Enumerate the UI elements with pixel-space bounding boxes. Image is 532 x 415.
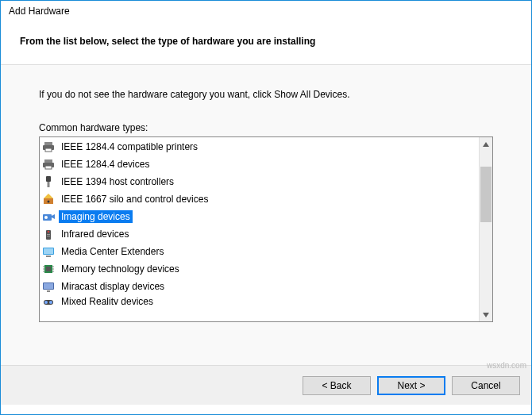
- wizard-footer: < Back Next > Cancel: [1, 365, 531, 405]
- list-item-label: Imaging devices: [59, 210, 133, 223]
- firewire-icon: [41, 175, 56, 189]
- listbox-viewport: IEEE 1284.4 compatible printersIEEE 1284…: [40, 137, 479, 321]
- scrollbar-thumb[interactable]: [480, 167, 492, 222]
- list-item-label: IEEE 1394 host controllers: [59, 175, 176, 188]
- list-item-label: Memory technology devices: [59, 263, 182, 275]
- list-item[interactable]: IEEE 1284.4 compatible printers: [40, 138, 479, 156]
- svg-rect-7: [48, 182, 50, 187]
- cancel-button[interactable]: Cancel: [452, 376, 520, 395]
- list-item-label: Miracast display devices: [59, 280, 167, 293]
- svg-point-32: [49, 301, 52, 304]
- svg-rect-20: [46, 267, 51, 271]
- list-item[interactable]: Memory technology devices: [40, 260, 479, 278]
- list-item[interactable]: IEEE 1284.4 devices: [40, 156, 479, 173]
- hardware-types-listbox[interactable]: IEEE 1284.4 compatible printersIEEE 1284…: [39, 136, 493, 322]
- scrollbar[interactable]: [479, 137, 492, 321]
- svg-rect-6: [46, 176, 51, 182]
- chip-icon: [41, 262, 56, 276]
- svg-rect-3: [44, 159, 52, 163]
- list-item[interactable]: Miracast display devices: [40, 278, 479, 295]
- list-item[interactable]: Infrared devices: [40, 225, 479, 243]
- infrared-icon: [41, 227, 56, 241]
- svg-rect-14: [47, 234, 50, 235]
- display-icon: [41, 279, 56, 294]
- wizard-header: From the list below, select the type of …: [1, 21, 531, 65]
- next-button[interactable]: Next >: [377, 376, 445, 395]
- back-button[interactable]: < Back: [303, 376, 371, 395]
- camera-icon: [41, 209, 56, 224]
- list-item-label: IEEE 1284.4 devices: [59, 158, 152, 171]
- list-item-label: IEEE 1667 silo and control devices: [59, 193, 210, 206]
- svg-point-31: [44, 301, 48, 304]
- silo-icon: [41, 192, 56, 206]
- screen-icon: [41, 244, 56, 259]
- intro-text: If you do not see the hardware category …: [39, 89, 493, 100]
- svg-rect-29: [47, 290, 50, 292]
- svg-rect-15: [47, 236, 50, 236]
- list-item-label: Mixed Reality devices: [59, 295, 156, 305]
- list-item-label: Infrared devices: [59, 228, 131, 240]
- svg-rect-28: [44, 283, 53, 289]
- wizard-content: If you do not see the hardware category …: [1, 65, 531, 365]
- list-item[interactable]: IEEE 1667 silo and control devices: [40, 190, 479, 208]
- headset-icon: [41, 295, 56, 305]
- svg-point-11: [44, 216, 48, 219]
- svg-rect-2: [45, 148, 52, 152]
- svg-rect-5: [45, 166, 52, 169]
- svg-point-13: [48, 231, 49, 232]
- svg-rect-18: [46, 256, 51, 257]
- list-item[interactable]: Mixed Reality devices: [40, 295, 479, 305]
- list-item[interactable]: IEEE 1394 host controllers: [40, 173, 479, 190]
- header-instruction: From the list below, select the type of …: [20, 36, 315, 47]
- scrollbar-track[interactable]: [480, 151, 492, 308]
- list-item[interactable]: Media Center Extenders: [40, 243, 479, 260]
- printer-icon: [41, 140, 56, 154]
- list-item[interactable]: Imaging devices: [40, 208, 479, 225]
- svg-rect-0: [44, 142, 52, 145]
- window-title: Add Hardware: [1, 1, 531, 21]
- list-item-label: IEEE 1284.4 compatible printers: [59, 140, 200, 153]
- scroll-up-button[interactable]: [480, 137, 492, 151]
- svg-rect-17: [44, 248, 53, 254]
- svg-point-9: [48, 201, 50, 203]
- scroll-down-button[interactable]: [480, 308, 492, 321]
- printer-icon: [41, 157, 56, 171]
- list-label: Common hardware types:: [39, 122, 493, 133]
- list-item-label: Media Center Extenders: [59, 245, 166, 258]
